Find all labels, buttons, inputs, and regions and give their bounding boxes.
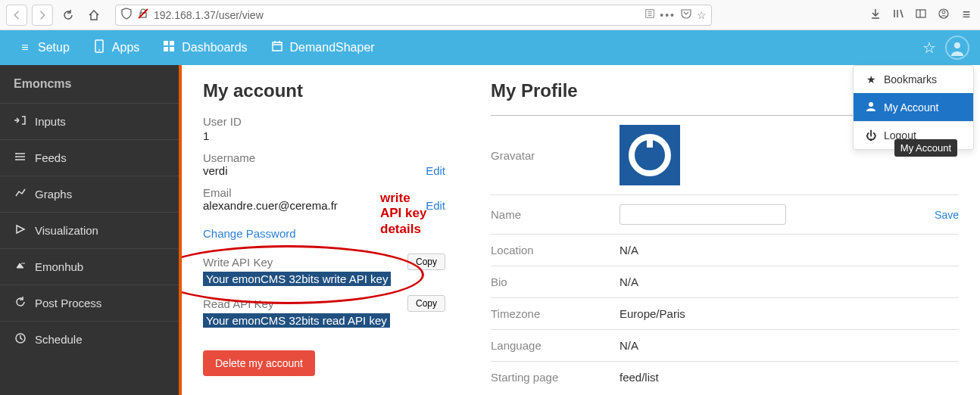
postprocess-icon: [14, 296, 27, 310]
sidebar-icon[interactable]: [913, 8, 929, 22]
language-label: Language: [491, 339, 620, 352]
reader-mode-icon[interactable]: [644, 8, 655, 21]
inputs-icon: [14, 114, 27, 129]
feeds-icon: [14, 151, 27, 165]
top-navbar: ≡ Setup Apps Dashboards DemandShaper ☆: [0, 30, 980, 65]
grid-icon: [162, 40, 176, 55]
svg-point-14: [98, 49, 100, 51]
url-bar[interactable]: ••• ☆: [115, 5, 712, 26]
hamburger-icon: ≡: [18, 41, 32, 54]
shield-icon: [120, 8, 133, 22]
change-password-link[interactable]: Change Password: [203, 227, 296, 240]
sidebar-item-inputs[interactable]: Inputs: [0, 103, 179, 139]
nav-dashboards[interactable]: Dashboards: [151, 30, 257, 65]
annotation-text: write API key details: [380, 191, 426, 237]
location-value: N/A: [620, 244, 959, 257]
name-save-link[interactable]: Save: [935, 209, 959, 221]
bookmark-star[interactable]: ☆: [922, 39, 936, 57]
sidebar-item-schedule[interactable]: Schedule: [0, 321, 179, 357]
svg-rect-15: [164, 41, 168, 45]
svg-line-8: [900, 10, 903, 17]
write-api-value: Your emonCMS 32bits write API key: [203, 272, 391, 286]
svg-point-28: [15, 153, 17, 154]
dropdown-my-account-label: My Account: [884, 101, 938, 114]
home-button[interactable]: [83, 5, 105, 26]
page-actions-icon[interactable]: •••: [660, 9, 676, 21]
account-icon[interactable]: [936, 8, 951, 22]
sidebar-item-emonhub[interactable]: Emonhub: [0, 248, 179, 285]
nav-demandshaper-label: DemandShaper: [290, 41, 375, 54]
sidebar: Emoncms Inputs Feeds Graphs Visualizatio…: [0, 65, 182, 395]
library-icon[interactable]: [891, 8, 906, 22]
visualization-icon: [14, 223, 27, 238]
sidebar-item-feeds[interactable]: Feeds: [0, 139, 179, 176]
downloads-icon[interactable]: [868, 8, 883, 22]
language-value: N/A: [620, 339, 959, 352]
email-label: Email: [203, 186, 338, 199]
star-icon: ★: [864, 73, 878, 86]
user-dropdown: ★ Bookmarks My Account ⏻ Logout: [853, 65, 974, 150]
read-api-label: Read API Key: [203, 297, 273, 310]
gravatar-image: [620, 125, 680, 185]
nav-setup-label: Setup: [38, 41, 70, 54]
emonhub-icon: [14, 260, 27, 274]
nav-setup[interactable]: ≡ Setup: [8, 30, 80, 65]
reload-button[interactable]: [58, 5, 79, 26]
gravatar-label: Gravatar: [491, 149, 620, 162]
dropdown-bookmarks[interactable]: ★ Bookmarks: [854, 66, 973, 93]
write-api-copy-button[interactable]: Copy: [407, 253, 445, 270]
svg-point-30: [15, 159, 17, 160]
name-label: Name: [491, 208, 620, 221]
power-icon: ⏻: [864, 129, 878, 142]
nav-apps-label: Apps: [112, 41, 139, 54]
startpage-label: Starting page: [491, 371, 620, 384]
email-value: alexandre.cuer@cerema.fr: [203, 199, 338, 212]
pocket-icon[interactable]: [680, 8, 692, 22]
user-avatar-button[interactable]: [945, 36, 969, 60]
svg-rect-16: [170, 41, 174, 45]
phone-icon: [92, 39, 106, 56]
write-api-label: Write API Key: [203, 256, 273, 269]
user-id-value: 1: [203, 129, 445, 142]
forward-button[interactable]: [32, 5, 53, 26]
sidebar-item-label: Emonhub: [35, 260, 83, 273]
sidebar-item-postprocess[interactable]: Post Process: [0, 285, 179, 321]
person-icon: [864, 101, 878, 114]
sidebar-item-label: Feeds: [35, 151, 67, 164]
read-api-copy-button[interactable]: Copy: [407, 295, 445, 312]
tooltip: My Account: [894, 139, 957, 157]
svg-point-29: [15, 156, 17, 157]
user-id-label: User ID: [203, 115, 445, 128]
nav-dashboards-label: Dashboards: [182, 41, 247, 54]
sidebar-item-label: Inputs: [35, 115, 66, 128]
name-input[interactable]: [620, 204, 786, 225]
username-edit-link[interactable]: Edit: [426, 164, 445, 177]
dropdown-my-account[interactable]: My Account: [854, 93, 973, 121]
menu-icon[interactable]: ≡: [959, 7, 974, 23]
username-label: Username: [203, 151, 255, 164]
svg-rect-18: [170, 47, 174, 51]
sidebar-item-label: Visualization: [35, 224, 98, 237]
timezone-label: Timezone: [491, 307, 620, 320]
nav-apps[interactable]: Apps: [82, 30, 150, 65]
username-value: verdi: [203, 164, 255, 177]
url-input[interactable]: [154, 9, 640, 21]
email-edit-link[interactable]: Edit: [426, 199, 445, 212]
sidebar-item-visualization[interactable]: Visualization: [0, 212, 179, 248]
svg-rect-34: [647, 135, 653, 148]
read-api-value: Your emonCMS 32bits read API key: [203, 313, 390, 328]
sidebar-item-label: Post Process: [35, 297, 101, 309]
svg-rect-19: [273, 42, 282, 51]
svg-point-24: [869, 102, 873, 107]
bookmark-star-icon[interactable]: ☆: [697, 9, 707, 21]
svg-point-23: [954, 42, 960, 48]
nav-demandshaper[interactable]: DemandShaper: [260, 30, 385, 65]
delete-account-button[interactable]: Delete my account: [203, 350, 315, 376]
back-button[interactable]: [6, 5, 27, 26]
calendar-icon: [270, 40, 284, 55]
svg-point-12: [942, 11, 945, 14]
sidebar-item-graphs[interactable]: Graphs: [0, 176, 179, 212]
schedule-icon: [14, 332, 27, 347]
toolbar-right: ≡: [868, 7, 974, 23]
svg-marker-31: [17, 225, 24, 233]
